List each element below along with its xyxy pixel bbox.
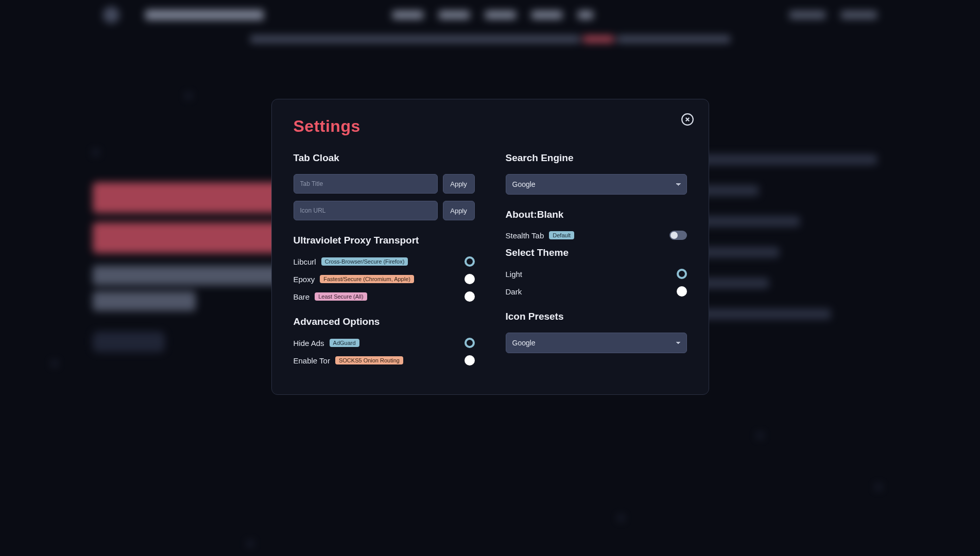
- theme-label: Dark: [506, 287, 522, 296]
- transport-option-bare[interactable]: Bare Least Secure (All): [294, 291, 475, 302]
- transport-badge: Cross-Browser/Secure (Firefox): [321, 257, 408, 266]
- settings-modal: Settings Tab Cloak Apply Apply: [271, 99, 709, 395]
- stealth-tab-row: Stealth Tab Default: [506, 231, 687, 240]
- icon-presets-heading: Icon Presets: [506, 311, 687, 322]
- advanced-label: Enable Tor: [294, 356, 330, 365]
- stealth-tab-badge: Default: [549, 231, 574, 239]
- advanced-label: Hide Ads: [294, 339, 324, 348]
- transport-label: Libcurl: [294, 257, 316, 266]
- theme-label: Light: [506, 270, 523, 279]
- radio-hide-ads[interactable]: [465, 338, 475, 348]
- about-blank-heading: About:Blank: [506, 209, 687, 220]
- apply-tab-title-button[interactable]: Apply: [443, 174, 475, 194]
- close-icon: [681, 113, 694, 128]
- transport-option-epoxy[interactable]: Epoxy Fastest/Secure (Chromium, Apple): [294, 274, 475, 284]
- theme-option-dark[interactable]: Dark: [506, 286, 687, 297]
- radio-enable-tor[interactable]: [465, 355, 475, 366]
- close-button[interactable]: [681, 114, 694, 127]
- advanced-option-hide-ads[interactable]: Hide Ads AdGuard: [294, 338, 475, 348]
- theme-option-light[interactable]: Light: [506, 269, 687, 279]
- icon-presets-select[interactable]: Google: [506, 333, 687, 353]
- radio-libcurl[interactable]: [465, 256, 475, 267]
- transport-badge: Least Secure (All): [315, 292, 367, 301]
- left-column: Tab Cloak Apply Apply Ultraviolet Proxy …: [294, 152, 475, 373]
- transport-label: Bare: [294, 292, 310, 301]
- transport-label: Epoxy: [294, 275, 315, 284]
- advanced-badge: AdGuard: [330, 339, 359, 347]
- tab-title-input[interactable]: [294, 174, 438, 194]
- radio-theme-light[interactable]: [677, 269, 687, 279]
- modal-title: Settings: [294, 117, 687, 136]
- transport-badge: Fastest/Secure (Chromium, Apple): [320, 275, 414, 283]
- search-engine-heading: Search Engine: [506, 152, 687, 164]
- tab-cloak-heading: Tab Cloak: [294, 152, 475, 164]
- advanced-option-enable-tor[interactable]: Enable Tor SOCKS5 Onion Routing: [294, 355, 475, 366]
- advanced-options-heading: Advanced Options: [294, 316, 475, 327]
- uv-transport-heading: Ultraviolet Proxy Transport: [294, 235, 475, 246]
- transport-option-libcurl[interactable]: Libcurl Cross-Browser/Secure (Firefox): [294, 256, 475, 267]
- search-engine-select[interactable]: Google: [506, 174, 687, 195]
- radio-theme-dark[interactable]: [677, 286, 687, 297]
- radio-bare[interactable]: [465, 291, 475, 302]
- radio-epoxy[interactable]: [465, 274, 475, 284]
- stealth-tab-label: Stealth Tab: [506, 231, 544, 240]
- advanced-badge: SOCKS5 Onion Routing: [335, 356, 403, 364]
- stealth-tab-toggle[interactable]: [669, 231, 687, 240]
- right-column: Search Engine Google About:Blank Stealth…: [506, 152, 687, 373]
- modal-overlay: Settings Tab Cloak Apply Apply: [0, 0, 980, 556]
- icon-url-input[interactable]: [294, 201, 438, 220]
- select-theme-heading: Select Theme: [506, 247, 687, 258]
- apply-icon-url-button[interactable]: Apply: [443, 201, 475, 220]
